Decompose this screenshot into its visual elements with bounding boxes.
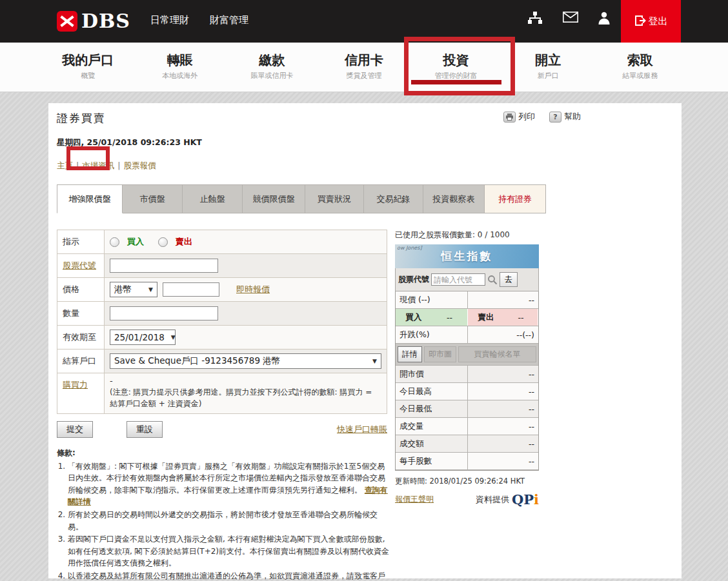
tab-order-status[interactable]: 買賣狀況	[305, 184, 364, 213]
chevron-down-icon: ▼	[148, 286, 153, 293]
terms-item-1: 「有效期盤」: 閣下可根據「證券買賣」服務之「有效期盤」功能設定有關指示於1至5…	[68, 460, 390, 508]
stock-code-input[interactable]	[110, 259, 218, 273]
dbs-logo[interactable]: DBS	[57, 10, 130, 32]
submit-button[interactable]: 提交	[57, 421, 93, 438]
top-nav-daily-banking[interactable]: 日常理財	[150, 14, 189, 26]
main-nav-transfer[interactable]: 轉賬 本地或海外	[134, 43, 227, 92]
chevron-down-icon: ▼	[372, 358, 377, 364]
tab-watchlist[interactable]: 投資觀察表	[423, 184, 485, 213]
top-nav: 日常理財 財富管理	[150, 14, 248, 26]
realtime-quote-link[interactable]: 即時報價	[236, 284, 270, 295]
bid-value: --	[432, 309, 468, 326]
quote-updated-time: 更新時間: 2018/01/25 09:26:24 HKT	[395, 477, 539, 486]
last-price-label: 現價 (--)	[396, 291, 468, 308]
day-low-label: 今日最低	[396, 400, 468, 417]
logout-button[interactable]: 登出	[621, 0, 681, 43]
chevron-down-icon: ▼	[171, 334, 176, 340]
currency-select[interactable]: 港幣 ▼	[110, 282, 157, 297]
print-button[interactable]: 列印	[503, 111, 535, 123]
settlement-account-label: 結算戶口	[57, 350, 105, 373]
tab-market-order[interactable]: 市價盤	[123, 184, 183, 213]
search-icon[interactable]	[487, 275, 498, 285]
breadcrumb-stock-quote-link[interactable]: 股票報價	[123, 161, 156, 170]
page-datetime: 星期四, 25/01/2018 09:26:23 HKT	[57, 137, 682, 148]
dbs-logo-text: DBS	[81, 10, 130, 32]
quote-panel: 已使用之股票報價數量: 0 / 1000 ow Jones] 恒生指數 股票代號…	[395, 230, 539, 581]
stock-code-link[interactable]: 股票代號	[63, 261, 96, 270]
sitemap-icon[interactable]	[528, 12, 543, 27]
last-price-value: --	[468, 291, 538, 308]
quote-usage-count: 已使用之股票報價數量: 0 / 1000	[395, 230, 539, 241]
main-nav-my-accounts[interactable]: 我的戶口 概覽	[42, 43, 134, 92]
change-label: 升跌(%)	[396, 326, 468, 343]
quantity-input[interactable]	[110, 306, 218, 320]
quote-actions: 詳情 即市圖 買賣輪候名單	[396, 344, 538, 366]
hsi-banner[interactable]: ow Jones] 恒生指數	[395, 244, 539, 268]
order-queue-button[interactable]: 買賣輪候名單	[458, 346, 536, 362]
main-nav-open-account[interactable]: 開立 新戶口	[502, 43, 594, 92]
terms-notes: 條款: 「有效期盤」: 閣下可根據「證券買賣」服務之「有效期盤」功能設定有關指示…	[57, 447, 390, 581]
detail-button[interactable]: 詳情	[398, 346, 422, 362]
help-icon: ?	[549, 112, 561, 123]
volume-label: 成交量	[396, 418, 468, 435]
reset-button[interactable]: 重設	[126, 421, 163, 438]
tab-transaction-history[interactable]: 交易紀錄	[364, 184, 423, 213]
ask-value: --	[504, 309, 538, 326]
instruction-label: 指示	[57, 230, 105, 253]
day-high-value: --	[468, 383, 538, 400]
content-panel: 證券買賣 列印 ? 幫助 星期四, 25/01/2018 09:26:23 HK…	[48, 103, 682, 578]
change-value: --(--)	[468, 326, 538, 343]
tab-auction-limit-order[interactable]: 競價限價盤	[243, 184, 305, 213]
tab-enhanced-limit-order[interactable]: 增強限價盤	[57, 184, 123, 213]
buying-power-link[interactable]: 購買力	[63, 380, 88, 389]
main-nav-investment[interactable]: 投資 管理你的財富	[410, 43, 502, 92]
breadcrumb-home-link[interactable]: 主頁	[57, 161, 73, 170]
main-nav-payments[interactable]: 繳款 賬單或信用卡	[226, 43, 318, 92]
main-nav: 我的戶口 概覽 轉賬 本地或海外 繳款 賬單或信用卡 信用卡 獎賞及管理 投資 …	[0, 43, 728, 92]
day-high-label: 今日最高	[396, 383, 468, 400]
turnover-value: --	[468, 435, 538, 452]
quantity-label: 數量	[57, 302, 105, 325]
sell-label: 賣出	[176, 236, 192, 248]
ask-label: 賣出	[468, 309, 504, 326]
buy-radio[interactable]	[110, 237, 119, 247]
qpi-logo: QPi	[512, 491, 539, 507]
bid-label: 買入	[396, 309, 432, 326]
go-button[interactable]: 去	[500, 272, 518, 287]
turnover-label: 成交額	[396, 435, 468, 452]
help-button[interactable]: ? 幫助	[549, 111, 581, 123]
quote-search-input[interactable]	[431, 273, 485, 286]
top-nav-wealth[interactable]: 財富管理	[210, 14, 248, 26]
user-icon[interactable]	[598, 12, 613, 27]
intraday-chart-button[interactable]: 即市圖	[424, 346, 456, 362]
main-nav-credit-cards[interactable]: 信用卡 獎賞及管理	[318, 43, 410, 92]
breadcrumb: 主頁|市場資訊|股票報價	[57, 161, 682, 172]
settlement-account-select[interactable]: Save & Cheque戶口 -9123456789 港幣 ▼	[110, 353, 381, 369]
sell-radio[interactable]	[158, 237, 168, 247]
quote-table: 現價 (--) -- 買入 -- 賣出 -- 升跌(%) --(--) 詳情 即…	[395, 291, 539, 471]
valid-until-select[interactable]: 25/01/2018 ▼	[110, 330, 176, 345]
tab-holdings[interactable]: 持有證券	[485, 184, 546, 213]
quick-transfer-link[interactable]: 快速戶口轉賬	[337, 424, 387, 435]
printer-icon	[503, 112, 516, 123]
order-form: 指示 買入 賣出 股票代號 價格 港幣	[57, 230, 387, 414]
price-label: 價格	[57, 278, 105, 301]
main-nav-request[interactable]: 索取 結單或服務	[594, 43, 686, 92]
open-price-value: --	[468, 366, 538, 382]
tab-stop-loss-order[interactable]: 止蝕盤	[183, 184, 243, 213]
logout-label: 登出	[649, 15, 668, 28]
breadcrumb-market-info-link[interactable]: 市場資訊	[82, 161, 114, 170]
terms-item-4: 以香港交易及結算所有限公司有關推出滬港通的公佈為準，如欲買賣滬港通證券，請致電客…	[68, 570, 390, 581]
provider-label: 資料提供	[476, 494, 509, 506]
quote-disclaimer-link[interactable]: 報價王聲明	[395, 494, 434, 505]
hsi-banner-title: 恒生指數	[441, 249, 493, 264]
page-title: 證券買賣	[57, 111, 106, 126]
mail-icon[interactable]	[563, 12, 578, 27]
dbs-logo-icon	[57, 11, 77, 32]
quote-search-label: 股票代號	[398, 274, 429, 285]
terms-item-2: 所有於交易日的交易時間以外遞交的交易指示，將於開市後才發放至香港聯合交易所輪候交…	[68, 509, 390, 533]
order-tabs: 增強限價盤 市價盤 止蝕盤 競價限價盤 買賣狀況 交易紀錄 投資觀察表 持有證券	[57, 184, 682, 213]
volume-value: --	[468, 418, 538, 435]
lot-size-label: 每手股數	[396, 453, 468, 469]
price-input[interactable]	[163, 282, 219, 297]
